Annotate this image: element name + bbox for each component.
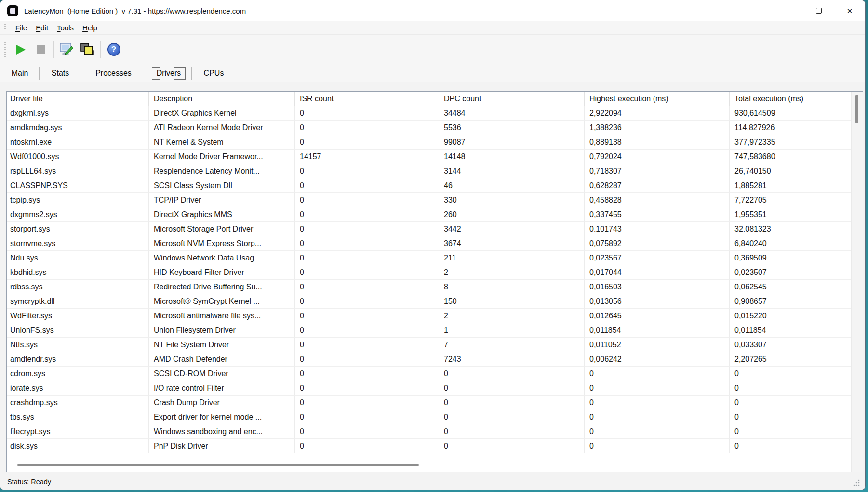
- cell-total-execution-ms: 0,015220: [730, 309, 852, 323]
- cell-total-execution-ms: 0,369509: [730, 251, 852, 265]
- cell-driver-file: stornvme.sys: [7, 236, 149, 251]
- table-row[interactable]: iorate.sysI/O rate control Filter0000: [7, 381, 852, 396]
- table-row[interactable]: rdbss.sysRedirected Drive Buffering Su..…: [7, 280, 852, 294]
- cell-highest-execution-ms: 0: [585, 410, 730, 424]
- table-row[interactable]: cdrom.sysSCSI CD-ROM Driver0000: [7, 367, 852, 381]
- close-button[interactable]: ✕: [834, 0, 865, 21]
- cell-dpc-count: 330: [439, 193, 585, 207]
- cell-dpc-count: 3674: [439, 236, 585, 251]
- table-row[interactable]: dxgmms2.sysDirectX Graphics MMS02600,337…: [7, 207, 852, 222]
- cell-driver-file: storport.sys: [7, 222, 149, 236]
- cell-total-execution-ms: 0: [730, 410, 852, 424]
- cell-isr-count: 0: [295, 323, 439, 338]
- maximize-button[interactable]: [803, 0, 834, 21]
- cell-highest-execution-ms: 0,012645: [585, 309, 730, 323]
- tab-stats[interactable]: Stats: [40, 64, 81, 82]
- column-header-total-execution[interactable]: Total execution (ms): [730, 92, 852, 106]
- status-bar: Status: Ready: [0, 474, 865, 490]
- menu-edit[interactable]: Edit: [31, 24, 53, 32]
- help-icon: ?: [107, 43, 120, 56]
- cell-dpc-count: 211: [439, 251, 585, 265]
- cell-highest-execution-ms: 0: [585, 424, 730, 439]
- column-header-description[interactable]: Description: [149, 92, 295, 106]
- horizontal-scrollbar-thumb[interactable]: [17, 464, 419, 466]
- table-row[interactable]: tcpip.sysTCP/IP Driver03300,4588287,7227…: [7, 193, 852, 207]
- cell-description: SCSI CD-ROM Driver: [149, 367, 295, 381]
- cell-total-execution-ms: 0: [730, 396, 852, 410]
- cell-total-execution-ms: 0,033307: [730, 338, 852, 352]
- cell-isr-count: 0: [295, 164, 439, 178]
- cell-highest-execution-ms: 0,017044: [585, 265, 730, 280]
- menu-tools[interactable]: Tools: [53, 24, 78, 32]
- cell-driver-file: tbs.sys: [7, 410, 149, 424]
- cell-dpc-count: 260: [439, 207, 585, 222]
- table-row[interactable]: disk.sysPnP Disk Driver0000: [7, 439, 852, 453]
- table-row[interactable]: Ndu.sysWindows Network Data Usag...02110…: [7, 251, 852, 265]
- resize-grip[interactable]: [853, 479, 860, 487]
- column-header-dpc-count[interactable]: DPC count: [439, 92, 585, 106]
- cell-dpc-count: 2: [439, 309, 585, 323]
- vertical-scrollbar-thumb[interactable]: [855, 95, 858, 123]
- cell-driver-file: ntoskrnl.exe: [7, 135, 149, 150]
- cell-description: Microsoft NVM Express Storp...: [149, 236, 295, 251]
- table-row[interactable]: kbdhid.sysHID Keyboard Filter Driver020,…: [7, 265, 852, 280]
- cell-highest-execution-ms: 0: [585, 381, 730, 396]
- stop-monitoring-button[interactable]: [30, 40, 51, 59]
- cell-driver-file: disk.sys: [7, 439, 149, 453]
- tab-drivers[interactable]: Drivers: [146, 64, 191, 82]
- table-row[interactable]: dxgkrnl.sysDirectX Graphics Kernel034484…: [7, 106, 852, 121]
- menubar-gripper[interactable]: [4, 24, 6, 31]
- minimize-button[interactable]: [773, 0, 803, 21]
- cell-total-execution-ms: 0: [730, 439, 852, 453]
- cell-isr-count: 0: [295, 178, 439, 193]
- stay-on-top-button[interactable]: [77, 40, 97, 59]
- table-row[interactable]: WdFilter.sysMicrosoft antimalware file s…: [7, 309, 852, 323]
- column-header-isr-count[interactable]: ISR count: [295, 92, 439, 106]
- column-header-driver-file[interactable]: Driver file: [7, 92, 149, 106]
- help-button[interactable]: ?: [104, 40, 124, 59]
- cell-highest-execution-ms: 2,922094: [585, 106, 730, 121]
- cell-total-execution-ms: 6,840240: [730, 236, 852, 251]
- toolbar-gripper[interactable]: [4, 42, 6, 57]
- cell-driver-file: Wdf01000.sys: [7, 150, 149, 164]
- table-row[interactable]: storport.sysMicrosoft Storage Port Drive…: [7, 222, 852, 236]
- options-button[interactable]: [57, 40, 77, 59]
- table-row[interactable]: Wdf01000.sysKernel Mode Driver Framewor.…: [7, 150, 852, 164]
- tab-processes[interactable]: Processes: [81, 64, 146, 82]
- start-monitoring-button[interactable]: [10, 40, 30, 59]
- table-row[interactable]: tbs.sysExport driver for kernel mode ...…: [7, 410, 852, 424]
- cell-driver-file: amdkmdag.sys: [7, 121, 149, 135]
- cell-description: Microsoft Storage Port Driver: [149, 222, 295, 236]
- cell-total-execution-ms: 7,722705: [730, 193, 852, 207]
- cell-isr-count: 0: [295, 338, 439, 352]
- maximize-icon: [816, 8, 822, 14]
- tab-cpus[interactable]: CPUs: [192, 64, 236, 82]
- tab-main[interactable]: Main: [0, 64, 39, 82]
- cell-driver-file: Ndu.sys: [7, 251, 149, 265]
- table-row[interactable]: crashdmp.sysCrash Dump Driver0000: [7, 396, 852, 410]
- menu-file[interactable]: File: [11, 24, 31, 32]
- column-header-highest-execution[interactable]: Highest execution (ms): [585, 92, 730, 106]
- vertical-scrollbar[interactable]: [851, 92, 863, 472]
- table-row[interactable]: filecrypt.sysWindows sandboxing and enc.…: [7, 424, 852, 439]
- menu-help[interactable]: Help: [78, 24, 102, 32]
- stop-icon: [37, 45, 45, 54]
- menu-bar: File Edit Tools Help: [0, 21, 865, 35]
- table-row[interactable]: amdkmdag.sysATI Radeon Kernel Mode Drive…: [7, 121, 852, 135]
- cell-dpc-count: 0: [439, 410, 585, 424]
- cell-dpc-count: 46: [439, 178, 585, 193]
- table-row[interactable]: symcryptk.dllMicrosoft® SymCrypt Kernel …: [7, 294, 852, 309]
- cell-dpc-count: 150: [439, 294, 585, 309]
- cell-dpc-count: 34484: [439, 106, 585, 121]
- table-row[interactable]: Ntfs.sysNT File System Driver070,0110520…: [7, 338, 852, 352]
- cell-highest-execution-ms: 0,011052: [585, 338, 730, 352]
- table-row[interactable]: CLASSPNP.SYSSCSI Class System Dll0460,62…: [7, 178, 852, 193]
- table-row[interactable]: rspLLL64.sysResplendence Latency Monit..…: [7, 164, 852, 178]
- cell-driver-file: amdfendr.sys: [7, 352, 149, 367]
- table-row[interactable]: UnionFS.sysUnion Filesystem Driver010,01…: [7, 323, 852, 338]
- table-row[interactable]: ntoskrnl.exeNT Kernel & System0990870,88…: [7, 135, 852, 150]
- table-row[interactable]: amdfendr.sysAMD Crash Defender072430,006…: [7, 352, 852, 367]
- table-row[interactable]: stornvme.sysMicrosoft NVM Express Storp.…: [7, 236, 852, 251]
- cell-highest-execution-ms: 0,628287: [585, 178, 730, 193]
- cell-description: Crash Dump Driver: [149, 396, 295, 410]
